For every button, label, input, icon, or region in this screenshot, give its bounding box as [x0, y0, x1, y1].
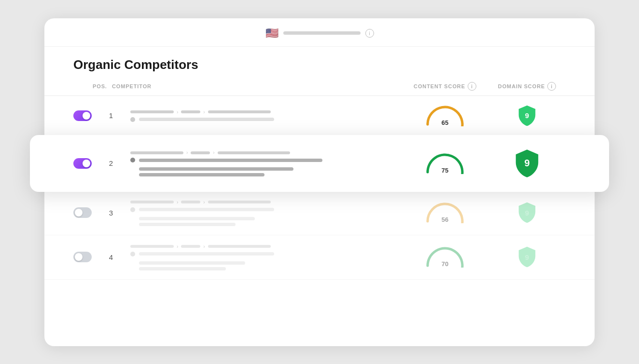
shield-number-4: 9	[525, 253, 529, 261]
row-pos-1: 1	[92, 111, 130, 120]
shield-number-2: 9	[524, 158, 529, 169]
main-card: 🇺🇸 i Organic Competitors POS. COMPETITOR…	[44, 18, 595, 346]
competitor-info-2: ››	[130, 150, 402, 176]
main-bar-4	[130, 252, 402, 256]
top-bar: 🇺🇸 i	[44, 18, 595, 47]
flag-icon: 🇺🇸	[265, 27, 278, 40]
main-bar-1	[130, 117, 402, 122]
gauge-wrap-3: 56	[402, 202, 488, 223]
info-icon-top[interactable]: i	[365, 29, 374, 38]
shield-number-3: 9	[525, 209, 529, 217]
shield-number-1: 9	[525, 111, 529, 120]
shield-icon-3: 9	[517, 202, 537, 224]
competitor-row: 2›› 75 9	[30, 135, 609, 192]
gauge-number-4: 70	[426, 260, 464, 268]
toggle-row-3[interactable]	[73, 207, 92, 218]
toggle-row-2[interactable]	[73, 158, 92, 169]
shield-icon-4: 9	[517, 246, 537, 268]
domain-wrap-4: 9	[488, 246, 566, 268]
table-header: POS. COMPETITOR CONTENT SCORE i DOMAIN S…	[44, 77, 595, 96]
domain-score-info-icon[interactable]: i	[547, 82, 556, 91]
col-pos-header: POS.	[73, 83, 112, 89]
competitor-row: 4›› 70 9	[44, 235, 595, 280]
competitor-row: 3›› 56 9	[44, 191, 595, 235]
extra-lines-4	[130, 261, 402, 270]
gauge-number-1: 65	[426, 119, 464, 126]
extra-lines-3	[130, 217, 402, 226]
breadcrumb-row: ››	[130, 150, 402, 155]
competitor-info-1: ››	[130, 109, 402, 122]
breadcrumb-row: ››	[130, 244, 402, 249]
domain-wrap-2: 9	[488, 148, 566, 178]
section-title: Organic Competitors	[44, 47, 595, 77]
competitor-info-3: ››	[130, 200, 402, 226]
breadcrumb-row: ››	[130, 109, 402, 115]
gauge-wrap-4: 70	[402, 246, 488, 268]
competitor-row: 1›› 65 9	[44, 96, 595, 136]
gauge-wrap-2: 75	[402, 153, 488, 174]
top-bar-line	[283, 31, 361, 35]
toggle-row-1[interactable]	[73, 110, 92, 121]
content-score-info-icon[interactable]: i	[468, 82, 476, 91]
col-content-score-header: CONTENT SCORE i	[402, 82, 488, 91]
main-bar-2	[130, 158, 402, 162]
gauge-number-2: 75	[426, 167, 464, 174]
gauge-number-3: 56	[426, 216, 464, 223]
gauge-wrap-1: 65	[402, 105, 488, 126]
row-pos-2: 2	[92, 159, 130, 167]
col-domain-score-header: DOMAIN SCORE i	[488, 82, 566, 91]
shield-icon-1: 9	[517, 105, 537, 127]
row-pos-3: 3	[92, 209, 130, 217]
extra-lines-2	[130, 167, 402, 176]
shield-icon-2: 9	[514, 148, 541, 178]
competitor-info-4: ››	[130, 244, 402, 270]
breadcrumb-row: ››	[130, 200, 402, 205]
domain-wrap-3: 9	[488, 202, 566, 224]
rows-wrapper: 1›› 65 92›› 75 93›› 56 94›› 70 9	[44, 96, 595, 280]
col-competitor-header: COMPETITOR	[112, 83, 402, 89]
main-bar-3	[130, 207, 402, 212]
toggle-row-4[interactable]	[73, 252, 92, 262]
row-pos-4: 4	[92, 253, 130, 261]
domain-wrap-1: 9	[488, 105, 566, 127]
